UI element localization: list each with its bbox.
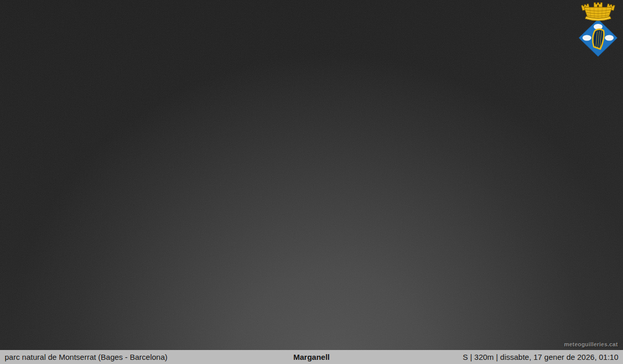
station-info-label: S | 320m | dissabte, 17 gener de 2026, 0… (463, 350, 618, 364)
silver-oval-right (605, 35, 614, 41)
station-name-label: Marganell (293, 350, 330, 364)
mural-crown-icon (581, 3, 615, 21)
location-label: parc natural de Montserrat (Bages - Barc… (5, 350, 167, 364)
marganell-coat-of-arms-icon (577, 2, 619, 57)
webcam-viewer: meteoguilleries.cat parc natural de Mont… (0, 0, 623, 364)
caption-bar: parc natural de Montserrat (Bages - Barc… (0, 350, 623, 364)
watermark-label: meteoguilleries.cat (564, 341, 618, 347)
webcam-photo (0, 0, 623, 364)
silver-oval-left (583, 35, 591, 41)
